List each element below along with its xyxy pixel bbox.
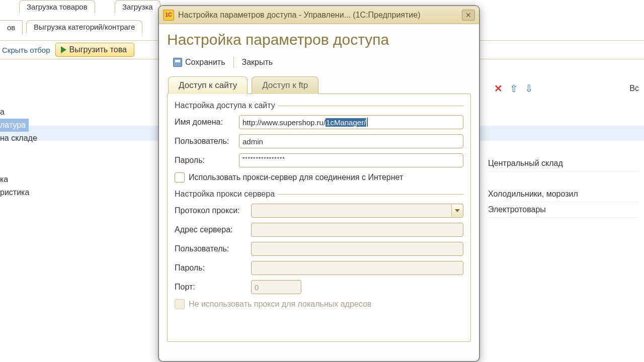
bg-tab-load-goods[interactable]: Загрузка товаров	[19, 0, 95, 13]
right-item[interactable]: Холодильники, морозил	[488, 187, 639, 202]
bg-tree: а латура на складе ка ристика	[0, 106, 156, 199]
proxy-group-label: Настройка прокси сервера	[175, 190, 463, 199]
proxy-user-label: Пользователь:	[175, 244, 251, 253]
bg-subtab-export[interactable]: Выгрузка категорий/контраге	[26, 20, 142, 33]
tree-item	[0, 159, 156, 173]
domain-value-prefix: http://www.supershop.ru/	[243, 118, 326, 127]
right-item[interactable]: Центральный склад	[488, 156, 639, 171]
bg-right-column: Центральный склад Холодильники, морозил …	[488, 156, 639, 218]
proxy-address-input[interactable]	[251, 223, 463, 237]
domain-input[interactable]: http://www.supershop.ru/1cManager/	[239, 115, 463, 129]
dialog-heading: Настройка параметров доступа	[167, 31, 471, 48]
arrow-down-icon[interactable]: ⇩	[524, 83, 534, 94]
access-settings-dialog: 1С Настройка параметров доступа - Управл…	[158, 5, 480, 362]
dialog-toolbar: Сохранить Закрыть	[167, 55, 471, 69]
play-icon	[61, 46, 66, 53]
tree-item[interactable]: а	[0, 106, 156, 119]
chevron-down-icon[interactable]	[451, 205, 462, 217]
bg-subtab-ov[interactable]: ов	[0, 20, 23, 34]
proxy-port-label: Порт:	[175, 283, 251, 292]
bg-vs-label: Вс	[629, 84, 639, 93]
arrow-up-icon[interactable]: ⇧	[509, 83, 519, 94]
no-proxy-local-checkbox	[175, 299, 185, 309]
dialog-titlebar[interactable]: 1С Настройка параметров доступа - Управл…	[159, 6, 479, 24]
close-button[interactable]: Закрыть	[238, 56, 277, 68]
save-button[interactable]: Сохранить	[169, 56, 229, 68]
tab-site-access[interactable]: Доступ к сайту	[168, 76, 248, 94]
domain-value-selection: 1cManager/	[326, 118, 366, 127]
password-input[interactable]: ****************	[239, 153, 463, 167]
proxy-address-label: Адрес сервера:	[175, 225, 251, 234]
password-label: Пароль:	[175, 156, 239, 165]
close-icon[interactable]: ✕	[462, 10, 475, 21]
tree-item[interactable]: на складе	[0, 132, 156, 145]
toolbar-separator	[233, 57, 234, 68]
user-label: Пользователь:	[175, 137, 239, 146]
export-goods-label: Выгрузить това	[69, 45, 127, 54]
hide-filter-link[interactable]: Скрыть отбор	[2, 46, 50, 54]
tree-item-selected[interactable]: латура	[0, 119, 29, 132]
proxy-password-input[interactable]	[251, 261, 463, 275]
close-label: Закрыть	[242, 58, 273, 67]
tree-item[interactable]: ка	[0, 173, 156, 186]
text-cursor-icon	[367, 118, 368, 127]
tree-item[interactable]	[0, 145, 156, 159]
app-logo-icon: 1С	[163, 10, 174, 21]
user-input[interactable]: admin	[239, 134, 463, 148]
domain-label: Имя домена:	[175, 118, 239, 127]
bg-right-toolbar: ✕ ⇧ ⇩ Вс	[493, 83, 644, 94]
tab-ftp-access[interactable]: Доступ к ftp	[252, 76, 318, 94]
proxy-protocol-select[interactable]	[251, 204, 463, 218]
site-access-group-label: Настройка доступа к сайту	[175, 101, 463, 110]
proxy-port-input[interactable]: 0	[251, 280, 301, 294]
proxy-protocol-label: Протокол прокси:	[175, 206, 251, 215]
use-proxy-checkbox[interactable]	[175, 172, 185, 183]
proxy-user-input[interactable]	[251, 242, 463, 256]
dialog-title: Настройка параметров доступа - Управлени…	[178, 11, 458, 20]
use-proxy-label: Использовать прокси-сервер для соединени…	[189, 173, 403, 182]
right-item[interactable]: Электротовары	[488, 202, 639, 218]
dialog-body: Настройка параметров доступа Сохранить З…	[159, 24, 479, 349]
tree-item[interactable]: ристика	[0, 186, 156, 199]
save-label: Сохранить	[185, 58, 225, 67]
save-icon	[173, 58, 182, 67]
bg-tab-load[interactable]: Загрузка	[115, 0, 160, 13]
dialog-tabs: Доступ к сайту Доступ к ftp	[168, 76, 471, 94]
dialog-panel: Настройка доступа к сайту Имя домена: ht…	[167, 94, 471, 342]
export-goods-button[interactable]: Выгрузить това	[55, 43, 134, 57]
proxy-password-label: Пароль:	[175, 263, 251, 273]
delete-icon[interactable]: ✕	[493, 83, 504, 94]
no-proxy-local-label: Не использовать прокси для локальных адр…	[189, 300, 371, 309]
